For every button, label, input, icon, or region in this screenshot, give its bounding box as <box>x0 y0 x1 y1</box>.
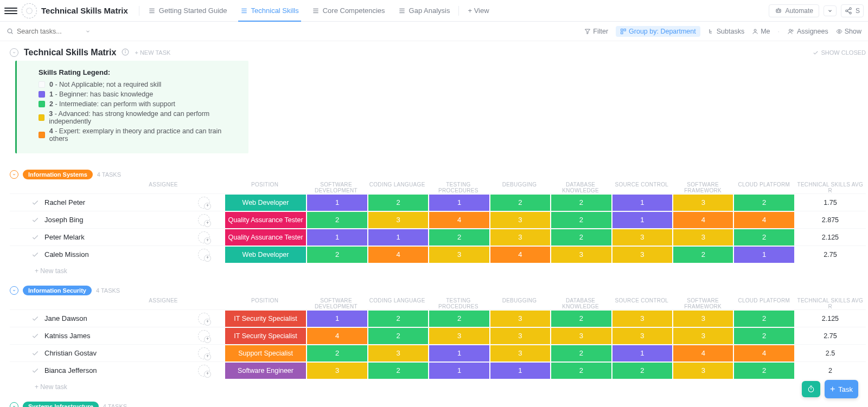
assignee-avatar[interactable] <box>198 330 210 342</box>
assignee-avatar[interactable] <box>198 231 210 243</box>
task-name[interactable]: Bianca Jefferson <box>44 366 97 374</box>
skill-cell[interactable]: 3 <box>673 328 733 344</box>
skill-cell[interactable]: 4 <box>673 345 733 361</box>
skill-cell[interactable]: 1 <box>612 212 672 228</box>
skill-cell[interactable]: 2 <box>307 212 367 228</box>
skill-cell[interactable]: 4 <box>307 328 367 344</box>
assignee-avatar[interactable] <box>198 313 210 325</box>
skill-cell[interactable]: 3 <box>551 247 611 263</box>
task-row[interactable]: Rachel PeterWeb Developer121221321.75 <box>10 193 866 211</box>
check-icon[interactable] <box>31 216 39 224</box>
menu-icon[interactable] <box>4 4 17 17</box>
skill-cell[interactable]: 1 <box>307 195 367 211</box>
collapse-list-icon[interactable] <box>10 48 18 57</box>
skill-cell[interactable]: 1 <box>429 363 489 379</box>
skill-cell[interactable]: 2 <box>551 195 611 211</box>
skill-cell[interactable]: 3 <box>429 328 489 344</box>
automate-dropdown[interactable] <box>824 5 837 16</box>
assignee-avatar[interactable] <box>198 214 210 226</box>
task-name[interactable]: Joseph Bing <box>44 216 84 224</box>
skill-cell[interactable]: 3 <box>490 311 550 327</box>
skill-cell[interactable]: 4 <box>368 247 428 263</box>
check-icon[interactable] <box>31 199 39 206</box>
skill-cell[interactable]: 2 <box>551 212 611 228</box>
skill-cell[interactable]: 3 <box>490 345 550 361</box>
assignee-cell[interactable] <box>184 313 225 325</box>
assignee-cell[interactable] <box>184 231 225 243</box>
task-row[interactable]: Jane DawsonIT Security Specialist1223233… <box>10 309 866 327</box>
skill-cell[interactable]: 2 <box>368 311 428 327</box>
skill-cell[interactable]: 4 <box>734 212 794 228</box>
skill-cell[interactable]: 2 <box>734 311 794 327</box>
tab-gap-analysis[interactable]: Gap Analysis <box>392 0 457 21</box>
record-fab[interactable] <box>802 381 820 397</box>
skill-cell[interactable]: 3 <box>368 345 428 361</box>
assignee-avatar[interactable] <box>198 365 210 377</box>
skill-cell[interactable]: 1 <box>612 195 672 211</box>
assignee-cell[interactable] <box>184 214 225 226</box>
skill-cell[interactable]: 1 <box>429 195 489 211</box>
task-row[interactable]: Bianca JeffersonSoftware Engineer3211223… <box>10 361 866 379</box>
show-button[interactable]: Show <box>836 28 861 35</box>
skill-cell[interactable]: 1 <box>734 247 794 263</box>
task-name[interactable]: Rachel Peter <box>44 198 85 206</box>
info-icon[interactable] <box>122 48 129 57</box>
skill-cell[interactable]: 3 <box>612 247 672 263</box>
position-cell[interactable]: Quality Assurance Tester <box>225 229 307 246</box>
group-label[interactable]: Information Security <box>23 286 92 295</box>
position-cell[interactable]: Web Developer <box>225 247 307 263</box>
skill-cell[interactable]: 3 <box>612 229 672 246</box>
task-name[interactable]: Christian Gostav <box>44 349 97 357</box>
skill-cell[interactable]: 2 <box>673 247 733 263</box>
assignee-cell[interactable] <box>184 249 225 261</box>
group-collapse-icon[interactable] <box>10 286 18 295</box>
filter-button[interactable]: Filter <box>584 28 608 35</box>
skill-cell[interactable]: 1 <box>429 345 489 361</box>
position-cell[interactable]: Quality Assurance Tester <box>225 212 307 228</box>
skill-cell[interactable]: 3 <box>551 328 611 344</box>
skill-cell[interactable]: 2 <box>368 328 428 344</box>
task-name[interactable]: Peter Melark <box>44 233 85 241</box>
check-icon[interactable] <box>31 234 39 241</box>
skill-cell[interactable]: 2 <box>551 229 611 246</box>
share-button[interactable]: S <box>841 4 864 17</box>
group-label[interactable]: Systems Infrastructure <box>23 402 99 407</box>
assignee-cell[interactable] <box>184 365 225 377</box>
skill-cell[interactable]: 3 <box>429 247 489 263</box>
skill-cell[interactable]: 1 <box>490 363 550 379</box>
task-name[interactable]: Caleb Mission <box>44 250 89 259</box>
skill-cell[interactable]: 4 <box>734 345 794 361</box>
skill-cell[interactable]: 2 <box>307 247 367 263</box>
skill-cell[interactable]: 2 <box>734 229 794 246</box>
assignee-cell[interactable] <box>184 330 225 342</box>
me-button[interactable]: Me <box>752 28 770 35</box>
skill-cell[interactable]: 3 <box>673 311 733 327</box>
task-name[interactable]: Katniss James <box>44 332 91 340</box>
skill-cell[interactable]: 3 <box>673 229 733 246</box>
assignee-avatar[interactable] <box>198 347 210 359</box>
skill-cell[interactable]: 2 <box>368 195 428 211</box>
skill-cell[interactable]: 2 <box>734 328 794 344</box>
groupby-button[interactable]: Group by: Department <box>616 26 700 37</box>
skill-cell[interactable]: 2 <box>429 229 489 246</box>
group-label[interactable]: Information Systems <box>23 170 93 179</box>
check-icon[interactable] <box>31 251 39 259</box>
skill-cell[interactable]: 3 <box>490 212 550 228</box>
skill-cell[interactable]: 3 <box>307 363 367 379</box>
add-view-button[interactable]: + View <box>461 7 495 15</box>
show-closed-button[interactable]: SHOW CLOSED <box>813 49 866 56</box>
skill-cell[interactable]: 1 <box>307 229 367 246</box>
group-collapse-icon[interactable] <box>10 402 18 407</box>
skill-cell[interactable]: 1 <box>307 311 367 327</box>
task-row[interactable]: Peter MelarkQuality Assurance Tester1123… <box>10 228 866 246</box>
space-icon[interactable] <box>22 3 37 18</box>
skill-cell[interactable]: 3 <box>673 195 733 211</box>
check-icon[interactable] <box>31 350 39 357</box>
tab-core-competencies[interactable]: Core Competencies <box>305 0 392 21</box>
position-cell[interactable]: Web Developer <box>225 195 307 211</box>
skill-cell[interactable]: 2 <box>551 345 611 361</box>
tab-technical-skills[interactable]: Technical Skills <box>234 0 305 21</box>
new-task-header-button[interactable]: + NEW TASK <box>135 49 170 56</box>
skill-cell[interactable]: 2 <box>734 363 794 379</box>
skill-cell[interactable]: 3 <box>612 311 672 327</box>
